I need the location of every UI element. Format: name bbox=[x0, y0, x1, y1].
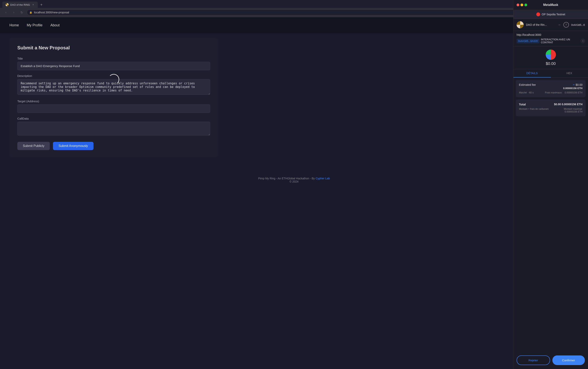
metamask-edit-icon[interactable]: ✏ bbox=[573, 83, 575, 86]
metamask-subtotal-right-label: Montant maximal: bbox=[564, 108, 582, 110]
footer-text: Pimp My Ring - An ETHGlobal Hackathon - … bbox=[0, 177, 588, 180]
target-label: Target (Address) bbox=[17, 100, 210, 103]
footer-copyright: © 2024 bbox=[0, 180, 588, 183]
metamask-total-row: Total $0.00 0.00000156 ETH bbox=[519, 103, 582, 106]
url-text: localhost:3000/new-proposal bbox=[34, 11, 69, 14]
navbar: Home My Profile About OP OP Sep... bbox=[0, 17, 588, 33]
metamask-tab-details[interactable]: DÉTAILS bbox=[513, 69, 551, 78]
metamask-contract-address: 0x4A3d5...6A320 bbox=[516, 39, 539, 43]
footer: Pimp My Ring - An ETHGlobal Hackathon - … bbox=[0, 169, 588, 187]
back-button[interactable]: ‹ bbox=[3, 10, 9, 15]
metamask-amount-section: $0.00 bbox=[513, 46, 588, 69]
metamask-total-value: $0.00 0.00000156 ETH bbox=[554, 103, 582, 106]
metamask-amount-usd: $0.00 bbox=[546, 61, 556, 66]
address-bar: ‹ › ↻ 🔒 localhost:3000/new-proposal bbox=[0, 8, 588, 17]
metamask-fee-usd: $0.00 bbox=[576, 83, 582, 86]
metamask-fee-row: Estimated fee ✏ $0.00 0.00000156 ETH bbox=[519, 83, 582, 90]
form-button-row: Submit Publicly Submit Anonymously bbox=[17, 142, 210, 150]
metamask-market-label: Marché bbox=[519, 91, 527, 94]
metamask-token-icon bbox=[546, 50, 556, 60]
metamask-max-fee-label: Frais maximaux: bbox=[545, 91, 562, 94]
tab-title: DAO of the RING bbox=[10, 3, 30, 6]
tab-bar: DAO of the RING × + bbox=[0, 0, 588, 8]
target-form-group: Target (Address) bbox=[17, 100, 210, 113]
metamask-overlay: MetaMask OP Sepolia Testnet DAO of the R… bbox=[513, 0, 588, 369]
calldata-form-group: CallData bbox=[17, 117, 210, 136]
metamask-action-row: Rejeter Confirmer bbox=[513, 353, 588, 369]
window-minimize-button[interactable] bbox=[520, 4, 523, 6]
metamask-reject-button[interactable]: Rejeter bbox=[516, 355, 550, 365]
calldata-label: CallData bbox=[17, 117, 210, 120]
metamask-arrow-icon: → bbox=[557, 23, 561, 27]
footer-text-prefix: Pimp My Ring - An ETHGlobal Hackathon - … bbox=[258, 177, 316, 180]
metamask-app-name: DAO of the Rin... bbox=[526, 23, 555, 26]
title-input[interactable] bbox=[17, 62, 210, 70]
network-icon bbox=[536, 12, 540, 16]
url-input[interactable]: 🔒 localhost:3000/new-proposal bbox=[27, 10, 585, 15]
footer-link[interactable]: Cypher Lab bbox=[316, 177, 330, 180]
window-maximize-button[interactable] bbox=[525, 4, 527, 6]
browser-chrome: DAO of the RING × + ‹ › ↻ 🔒 localhost:30… bbox=[0, 0, 588, 17]
metamask-question-icon[interactable]: ? bbox=[563, 22, 569, 28]
metamask-market-row: Marché -60 s Frais maximaux: 0.00000156 … bbox=[519, 91, 582, 94]
nav-home[interactable]: Home bbox=[10, 23, 19, 27]
metamask-app-icon bbox=[516, 21, 524, 28]
target-input[interactable] bbox=[17, 104, 210, 113]
nav-links: Home My Profile About bbox=[10, 23, 60, 27]
metamask-url: http://localhost:3000 bbox=[516, 33, 585, 36]
submit-anonymously-button[interactable]: Submit Anonymously bbox=[53, 142, 93, 150]
metamask-tabs: DÉTAILS HEX bbox=[513, 69, 588, 78]
metamask-interaction-row: 0x4A3d5...6A320 INTERACTION AVEC UN CONT… bbox=[516, 38, 585, 44]
metamask-network-bar: OP Sepolia Testnet bbox=[513, 10, 588, 19]
metamask-fee-value-group: ✏ $0.00 0.00000156 ETH bbox=[563, 83, 582, 90]
lock-icon: 🔒 bbox=[29, 11, 32, 14]
network-name: OP Sepolia Testnet bbox=[542, 13, 565, 16]
metamask-info-button[interactable]: ℹ bbox=[581, 39, 585, 43]
main-content: Submit a New Proposal Title Description … bbox=[0, 33, 588, 169]
metamask-subtotal-right-group: Montant maximal: 0.00000156 ETH bbox=[564, 108, 582, 113]
tab-close-button[interactable]: × bbox=[31, 3, 35, 6]
app-container: Home My Profile About OP OP Sep... Submi… bbox=[0, 17, 588, 187]
forward-button[interactable]: › bbox=[11, 10, 17, 15]
tab-favicon bbox=[6, 3, 9, 6]
metamask-max-fee-value: 0.00000156 ETH bbox=[565, 91, 582, 94]
new-tab-button[interactable]: + bbox=[39, 2, 44, 8]
metamask-tab-hex[interactable]: HEX bbox=[551, 69, 588, 78]
reload-button[interactable]: ↻ bbox=[19, 10, 24, 15]
window-close-button[interactable] bbox=[516, 4, 519, 6]
loading-spinner-container bbox=[108, 74, 119, 85]
submit-publicly-button[interactable]: Submit Publicly bbox=[17, 142, 50, 150]
metamask-market-time: -60 s bbox=[528, 91, 534, 94]
metamask-header: MetaMask bbox=[513, 0, 588, 10]
browser-tab[interactable]: DAO of the RING × bbox=[2, 1, 38, 8]
metamask-confirm-button[interactable]: Confirmer bbox=[552, 355, 585, 365]
proposal-card-title: Submit a New Proposal bbox=[17, 45, 210, 51]
metamask-subtotal-left: Montant + frais de carburant bbox=[519, 108, 548, 110]
proposal-card: Submit a New Proposal Title Description … bbox=[10, 38, 218, 157]
metamask-total-label: Total bbox=[519, 103, 526, 106]
metamask-max-amount: 0.00000156 ETH bbox=[564, 110, 582, 113]
loading-spinner bbox=[108, 74, 119, 85]
metamask-account-bar: DAO of the Rin... → ? 0x4A3d5...6 bbox=[513, 19, 588, 31]
calldata-textarea[interactable] bbox=[17, 122, 210, 135]
nav-my-profile[interactable]: My Profile bbox=[27, 23, 42, 27]
metamask-fee-label: Estimated fee bbox=[519, 83, 536, 86]
metamask-title: MetaMask bbox=[543, 3, 558, 7]
metamask-fee-edit-row: ✏ $0.00 bbox=[563, 83, 582, 86]
metamask-fee-eth: 0.00000156 ETH bbox=[563, 87, 582, 90]
metamask-url-section: http://localhost:3000 0x4A3d5...6A320 IN… bbox=[513, 31, 588, 46]
metamask-interaction-label: INTERACTION AVEC UN CONTRAT bbox=[541, 38, 579, 44]
title-label: Title bbox=[17, 57, 210, 60]
metamask-subtotal-row: Montant + frais de carburant Montant max… bbox=[519, 108, 582, 113]
metamask-total-section: Total $0.00 0.00000156 ETH Montant + fra… bbox=[516, 100, 586, 116]
title-form-group: Title bbox=[17, 57, 210, 70]
metamask-fee-section: Estimated fee ✏ $0.00 0.00000156 ETH Mar… bbox=[516, 80, 586, 97]
nav-about[interactable]: About bbox=[50, 23, 60, 27]
window-controls bbox=[516, 4, 527, 6]
metamask-address: 0x4A3d5...6 bbox=[571, 23, 585, 26]
